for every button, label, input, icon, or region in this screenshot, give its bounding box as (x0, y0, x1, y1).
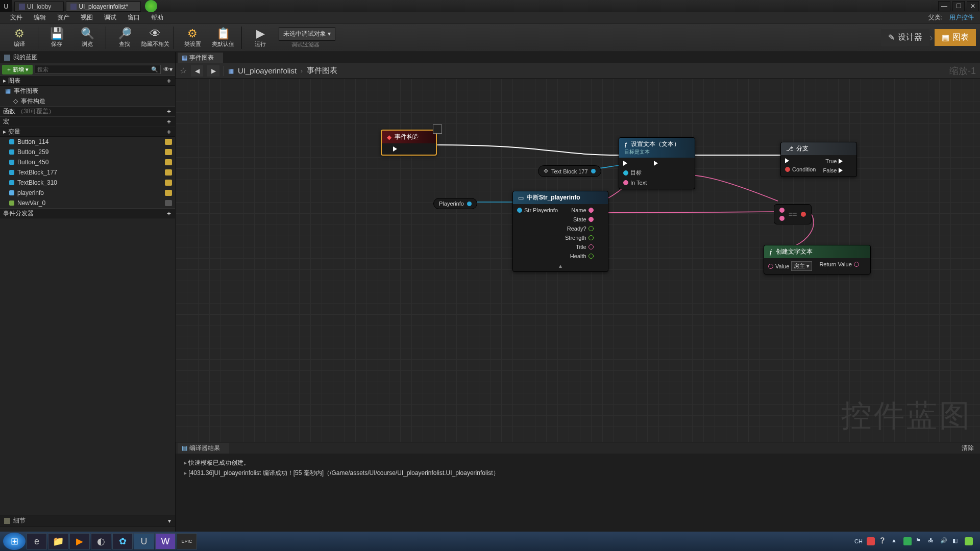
title-out-pin[interactable]: Title (576, 244, 593, 250)
taskbar-chrome[interactable]: ◐ (91, 533, 111, 549)
source-control-icon[interactable] (145, 0, 157, 12)
literal-text-input[interactable]: 房主 ▾ (791, 261, 812, 271)
taskbar-app2[interactable]: W (155, 533, 176, 549)
visibility-toggle[interactable] (165, 169, 172, 176)
find-button[interactable]: 🔎查找 (109, 25, 140, 51)
start-button[interactable]: ⊞ (3, 533, 26, 550)
debug-object-dropdown[interactable]: 未选中调试对象 ▾ (279, 27, 335, 41)
tray-icon[interactable]: ⚑ (916, 537, 924, 545)
return-value-pin[interactable]: Return Value (819, 261, 859, 267)
menu-window[interactable]: 窗口 (122, 12, 145, 23)
b-in-pin[interactable] (779, 216, 785, 221)
graphs-section-header[interactable]: ▸图表＋ (0, 76, 175, 86)
node-get-playerinfo[interactable]: Playerinfo (433, 198, 477, 209)
node-get-textblock177[interactable]: ✥Text Block 177 (538, 165, 601, 177)
node-branch[interactable]: ⎇分支 Condition True False (780, 142, 857, 177)
add-new-button[interactable]: ＋新增 ▾ (2, 65, 33, 74)
exec-out-pin[interactable] (654, 161, 660, 166)
functions-section-header[interactable]: 函数（38可覆盖）＋ (0, 106, 175, 116)
name-out-pin[interactable]: Name (571, 207, 593, 213)
var-button114[interactable]: Button_114 (0, 137, 175, 147)
menu-edit[interactable]: 编辑 (29, 12, 51, 23)
add-graph-button[interactable]: ＋ (166, 77, 172, 85)
macros-section-header[interactable]: 宏＋ (0, 116, 175, 127)
visibility-toggle[interactable] (165, 149, 172, 155)
condition-pin[interactable]: Condition (785, 166, 816, 172)
save-button[interactable]: 💾保存 (41, 25, 72, 51)
tray-network-icon[interactable]: 🖧 (928, 537, 936, 545)
var-button259[interactable]: Button_259 (0, 147, 175, 157)
tray-icon[interactable]: ◧ (952, 537, 961, 545)
node-set-text[interactable]: ƒ设置文本（文本） 目标是文本 目标 In Text (619, 137, 695, 189)
tray-icon[interactable] (867, 537, 875, 545)
health-out-pin[interactable]: Health (570, 253, 594, 259)
tray-shield-icon[interactable] (965, 537, 973, 545)
tray-volume-icon[interactable]: 🔊 (940, 537, 948, 545)
visibility-toggle[interactable] (165, 190, 172, 196)
tray-icon[interactable]: ▲ (891, 537, 899, 545)
nav-forward-button[interactable]: ▶ (207, 65, 219, 77)
visibility-toggle[interactable] (165, 139, 172, 145)
graph-item-construct[interactable]: ◇事件构造 (0, 96, 175, 106)
menu-view[interactable]: 视图 (76, 12, 98, 23)
details-tab[interactable]: 细节▾ (0, 515, 175, 527)
struct-out-pin[interactable] (467, 202, 472, 206)
editor-tab-lobby[interactable]: UI_lobby (14, 2, 64, 12)
visibility-toggle[interactable] (165, 159, 172, 165)
var-playerinfo[interactable]: playerinfo (0, 188, 175, 198)
maximize-button[interactable]: ☐ (952, 1, 965, 11)
breadcrumb-graph[interactable]: 事件图表 (307, 66, 337, 76)
designer-mode-button[interactable]: ✎设计器 (881, 29, 929, 46)
state-out-pin[interactable]: State (573, 216, 594, 222)
visibility-toggle[interactable] (165, 180, 172, 186)
exec-in-pin[interactable] (785, 158, 816, 163)
my-blueprint-tab[interactable]: 我的蓝图 (0, 52, 175, 63)
taskbar-epic[interactable]: EPIC (177, 533, 197, 549)
graph-canvas[interactable]: ◆事件构造 Playerinfo ✥Text Block 177 ▭中断Str_… (176, 79, 980, 442)
graph-tab-eventgraph[interactable]: ▦事件图表 (178, 53, 223, 63)
variables-section-header[interactable]: ▸变量＋ (0, 127, 175, 137)
menu-asset[interactable]: 资产 (52, 12, 75, 23)
node-expand-icon[interactable] (433, 124, 442, 134)
minimize-button[interactable]: — (938, 1, 950, 11)
add-dispatcher-button[interactable]: ＋ (166, 209, 172, 218)
menu-file[interactable]: 文件 (5, 12, 28, 23)
menu-debug[interactable]: 调试 (99, 12, 121, 23)
dispatchers-section-header[interactable]: 事件分发器＋ (0, 208, 175, 218)
play-button[interactable]: ▶运行 (245, 25, 276, 51)
add-macro-button[interactable]: ＋ (166, 117, 172, 126)
var-newvar0[interactable]: NewVar_0 (0, 198, 175, 208)
true-exec-pin[interactable]: True (825, 158, 845, 164)
browse-button[interactable]: 🔍浏览 (72, 25, 103, 51)
class-settings-button[interactable]: ⚙类设置 (177, 25, 208, 51)
clear-results-button[interactable]: 清除 (955, 443, 980, 454)
editor-tab-playerinfolist[interactable]: UI_ploayerinfolist* (66, 2, 141, 12)
visibility-toggle[interactable] (165, 200, 172, 206)
ime-indicator[interactable]: CH (854, 538, 863, 544)
taskbar-media[interactable]: ▶ (69, 533, 90, 549)
parent-class-link[interactable]: 用户控件 (949, 14, 974, 21)
taskbar-ue4[interactable]: U (134, 533, 154, 549)
node-make-literal-text[interactable]: ƒ创建文字文本 Value 房主 ▾ Return Value (764, 245, 871, 274)
breadcrumb-bp[interactable]: UI_ploayerinfolist (238, 66, 297, 75)
node-event-construct[interactable]: ◆事件构造 (381, 130, 437, 156)
close-button[interactable]: ✕ (967, 1, 979, 11)
taskbar-ie[interactable]: e (27, 533, 47, 549)
false-exec-pin[interactable]: False (823, 167, 845, 173)
hide-unrelated-button[interactable]: 👁隐藏不相关 (140, 25, 170, 51)
exec-in-pin[interactable] (623, 161, 647, 166)
var-textblock177[interactable]: TextBlock_177 (0, 167, 175, 178)
ready-out-pin[interactable]: Ready? (567, 226, 594, 232)
a-in-pin[interactable] (779, 208, 785, 213)
class-defaults-button[interactable]: 📋类默认值 (208, 25, 238, 51)
graph-mode-button[interactable]: ▦图表 (935, 29, 976, 46)
add-variable-button[interactable]: ＋ (166, 128, 172, 136)
struct-in-pin[interactable]: Str Playerinfo (517, 207, 558, 213)
taskbar-app1[interactable]: ✿ (112, 533, 133, 549)
exec-out-pin[interactable] (393, 146, 400, 152)
menu-help[interactable]: 帮助 (146, 12, 168, 23)
compiler-results-tab[interactable]: ▤编译器结果 (178, 443, 229, 454)
strength-out-pin[interactable]: Strength (565, 235, 594, 241)
tray-icon[interactable] (903, 537, 912, 545)
favorite-icon[interactable]: ☆ (180, 66, 187, 76)
